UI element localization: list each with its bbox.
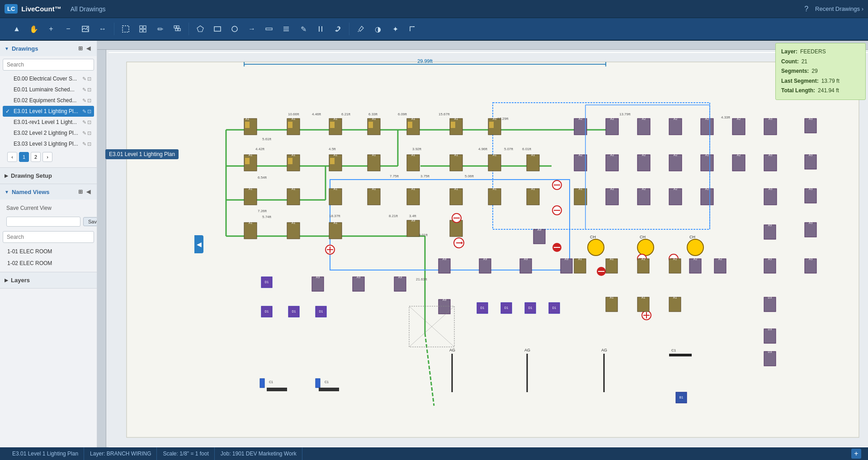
- save-view-button[interactable]: Save: [83, 217, 97, 226]
- rect-tool[interactable]: [210, 21, 225, 37]
- named-views-collapse-icon[interactable]: ◀: [85, 188, 92, 196]
- named-views-search-input[interactable]: [3, 231, 94, 243]
- svg-text:5.74ft: 5.74ft: [262, 215, 272, 219]
- svg-rect-62: [489, 122, 494, 128]
- edit-icon-7[interactable]: ✎: [82, 141, 86, 147]
- svg-text:A1: A1: [493, 187, 497, 190]
- edit-icon-2[interactable]: ✎: [82, 87, 86, 93]
- copy-icon-1[interactable]: ⊡: [87, 76, 91, 82]
- recent-drawings-button[interactable]: Recent Drawings ›: [815, 5, 863, 12]
- subtract-tool[interactable]: −: [61, 21, 76, 37]
- svg-text:A1: A1: [411, 153, 415, 156]
- all-drawings-link[interactable]: All Drawings: [71, 5, 106, 13]
- edit-icon-1[interactable]: ✎: [82, 76, 86, 82]
- statusbar: E3.01 Level 1 Lighting Plan Layer: BRANC…: [0, 447, 868, 460]
- column-tool[interactable]: [313, 21, 328, 37]
- star-tool[interactable]: ✦: [387, 21, 403, 37]
- drawing-item-5[interactable]: E3.01-rev1 Level 1 Light... ✎ ⊡: [3, 117, 94, 128]
- pagination-page-2[interactable]: 2: [31, 152, 41, 162]
- svg-rect-44: [245, 122, 250, 128]
- circle-tool[interactable]: [227, 21, 242, 37]
- contrast-tool[interactable]: ◑: [370, 21, 386, 37]
- copy-icon-4[interactable]: ⊡: [87, 109, 91, 114]
- svg-rect-127: [637, 155, 650, 171]
- svg-rect-5: [140, 29, 142, 32]
- add-tool[interactable]: +: [43, 21, 59, 37]
- drawing-item-4[interactable]: ✓ E3.01 Level 1 Lighting Pl... ✎ ⊡: [3, 106, 94, 117]
- drawings-section-title: Drawings: [12, 45, 38, 52]
- corner-tool[interactable]: [405, 21, 420, 37]
- help-icon[interactable]: ?: [804, 5, 808, 13]
- drawing-item-1[interactable]: E0.00 Electrical Cover S... ✎ ⊡: [3, 73, 94, 84]
- svg-text:A9: A9: [357, 275, 361, 279]
- svg-rect-143: [669, 189, 682, 205]
- svg-text:A5: A5: [768, 223, 772, 227]
- svg-point-154: [687, 239, 703, 256]
- svg-rect-237: [689, 259, 701, 273]
- svg-text:A1: A1: [372, 187, 376, 190]
- sidebar-collapse-button[interactable]: ◀: [194, 235, 203, 253]
- svg-rect-71: [330, 158, 335, 164]
- pagination-next[interactable]: ›: [42, 152, 52, 162]
- info-total-length-row: Total Length: 241.94 ft: [781, 86, 860, 96]
- copy-icon-6[interactable]: ⊡: [87, 130, 91, 136]
- copy-icon-3[interactable]: ⊡: [87, 98, 91, 104]
- link-tool[interactable]: [330, 21, 345, 37]
- named-view-item-1[interactable]: 1-01 ELEC ROOM: [3, 246, 94, 257]
- multi-tool[interactable]: [170, 21, 185, 37]
- status-scale: Scale: 1/8" = 1 foot: [157, 447, 214, 460]
- svg-rect-101: [287, 223, 300, 239]
- drawing-item-7[interactable]: E3.03 Level 3 Lighting Pl... ✎ ⊡: [3, 138, 94, 149]
- svg-text:5.06ft: 5.06ft: [465, 174, 474, 178]
- svg-rect-155: [439, 259, 450, 273]
- svg-rect-10: [178, 28, 180, 31]
- svg-point-1: [87, 27, 88, 28]
- copy-icon-5[interactable]: ⊡: [87, 119, 91, 125]
- canvas-area[interactable]: ◀ 29.99ft: [97, 41, 868, 447]
- arrow-tool[interactable]: →: [244, 21, 259, 37]
- edit-icon-4[interactable]: ✎: [82, 109, 86, 114]
- eyedrop-tool[interactable]: [353, 21, 368, 37]
- copy-icon-2[interactable]: ⊡: [87, 87, 91, 93]
- edit-icon-3[interactable]: ✎: [82, 98, 86, 104]
- grid-tool[interactable]: [135, 21, 151, 37]
- measure-tool[interactable]: [261, 21, 277, 37]
- status-add-button[interactable]: +: [851, 449, 861, 459]
- edit-icon-5[interactable]: ✎: [82, 119, 86, 125]
- svg-text:A2: A2: [737, 153, 741, 156]
- drawings-collapse-icon[interactable]: ◀: [85, 44, 92, 52]
- image-tool[interactable]: [78, 21, 93, 37]
- named-view-item-2[interactable]: 1-02 ELEC ROOM: [3, 257, 94, 269]
- copy-icon-7[interactable]: ⊡: [87, 141, 91, 147]
- svg-text:A2: A2: [674, 187, 678, 190]
- drawing-item-2[interactable]: E0.01 Luminaire Sched... ✎ ⊡: [3, 84, 94, 95]
- pagination-prev[interactable]: ‹: [7, 152, 17, 162]
- layers-header[interactable]: ▶ Layers: [0, 272, 97, 288]
- plan-area[interactable]: 29.99ft: [108, 52, 868, 447]
- drawing-item-3[interactable]: E0.02 Equipment Sched... ✎ ⊡: [3, 95, 94, 106]
- drawings-expand-icon[interactable]: ⊞: [76, 44, 85, 52]
- sidebar: ▼ Drawings ⊞ ◀ E0.00 Electrical Cover S.…: [0, 41, 97, 447]
- list-tool[interactable]: [278, 21, 294, 37]
- pagination-page-1[interactable]: 1: [19, 152, 29, 162]
- drawing-item-6[interactable]: E3.02 Level 2 Lighting Pl... ✎ ⊡: [3, 128, 94, 138]
- named-views-header[interactable]: ▼ Named Views ⊞ ◀: [0, 184, 97, 199]
- drawings-section-header[interactable]: ▼ Drawings ⊞ ◀: [0, 41, 97, 56]
- rect-select-tool[interactable]: [118, 21, 133, 37]
- svg-rect-91: [407, 189, 420, 205]
- pan-tool[interactable]: ✋: [26, 21, 42, 37]
- svg-rect-145: [701, 189, 713, 205]
- drawings-search-input[interactable]: [3, 59, 94, 71]
- highlight-tool[interactable]: ✎: [296, 21, 311, 37]
- drawing-setup-header[interactable]: ▶ Drawing Setup: [0, 168, 97, 184]
- pen-tool[interactable]: ✏: [152, 21, 168, 37]
- polygon-tool[interactable]: [193, 21, 208, 37]
- named-views-expand-icon[interactable]: ⊞: [76, 188, 85, 196]
- svg-text:A2: A2: [737, 117, 741, 120]
- edit-icon-6[interactable]: ✎: [82, 130, 86, 136]
- cursor-tool[interactable]: ▲: [9, 21, 24, 37]
- svg-text:A1: A1: [578, 257, 582, 261]
- connect-tool[interactable]: ↔: [95, 21, 110, 37]
- save-view-input[interactable]: [6, 217, 80, 227]
- svg-text:A9: A9: [483, 257, 487, 261]
